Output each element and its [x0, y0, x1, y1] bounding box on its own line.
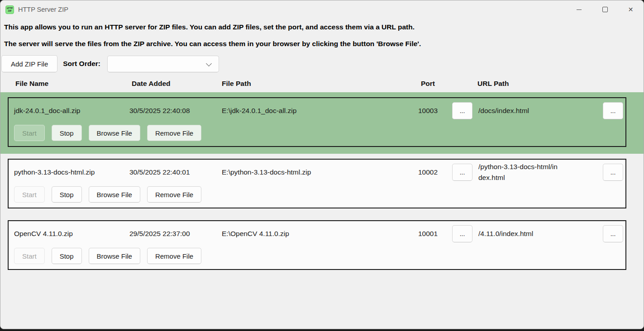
port-edit-button[interactable]: ...	[452, 225, 472, 242]
minimize-icon	[577, 9, 582, 10]
url-edit-button[interactable]: ...	[603, 225, 623, 242]
port-edit-button[interactable]: ...	[452, 102, 472, 119]
sort-order-label: Sort Order:	[63, 60, 100, 68]
app-icon-text-bottom: ZIP	[8, 9, 12, 12]
date-added-cell: 30/5/2025 22:40:01	[129, 168, 222, 176]
intro-line-2: The server will serve the files from the…	[4, 40, 644, 48]
table-row[interactable]: OpenCV 4.11.0.zip 29/5/2025 22:37:00 E:\…	[0, 215, 644, 277]
remove-file-button[interactable]: Remove File	[147, 125, 201, 141]
stop-button[interactable]: Stop	[52, 186, 82, 203]
toolbar: Add ZIP File Sort Order:	[1, 55, 644, 72]
intro-line-1: This app allows you to run an HTTP serve…	[4, 23, 644, 31]
remove-file-button[interactable]: Remove File	[147, 186, 201, 203]
column-header-file-path: File Path	[222, 80, 421, 88]
sort-order-combobox[interactable]	[107, 56, 219, 72]
date-added-cell: 30/5/2025 22:40:08	[129, 107, 222, 115]
column-header-port: Port	[421, 80, 477, 88]
window-controls: ✕	[566, 0, 644, 19]
table-row[interactable]: jdk-24.0.1_doc-all.zip 30/5/2025 22:40:0…	[0, 92, 644, 154]
browse-file-button[interactable]: Browse File	[89, 125, 140, 141]
port-edit-button[interactable]: ...	[452, 164, 472, 181]
zip-file-list: jdk-24.0.1_doc-all.zip 30/5/2025 22:40:0…	[0, 92, 644, 277]
column-header-date-added: Date Added	[132, 80, 222, 88]
url-path-cell: /python-3.13-docs-html/index.html	[478, 161, 559, 183]
file-name-cell: jdk-24.0.1_doc-all.zip	[14, 107, 129, 115]
table-row[interactable]: python-3.13-docs-html.zip 30/5/2025 22:4…	[0, 154, 644, 215]
file-name-cell: OpenCV 4.11.0.zip	[14, 230, 129, 238]
intro-text: This app allows you to run an HTTP serve…	[4, 23, 644, 48]
column-header-url-path: URL Path	[477, 80, 644, 88]
row-container: jdk-24.0.1_doc-all.zip 30/5/2025 22:40:0…	[8, 97, 626, 147]
chevron-down-icon	[206, 61, 212, 66]
minimize-button[interactable]	[566, 0, 592, 19]
row-container: OpenCV 4.11.0.zip 29/5/2025 22:37:00 E:\…	[8, 220, 626, 270]
url-edit-button[interactable]: ...	[603, 164, 623, 181]
url-path-cell: /docs/index.html	[478, 105, 559, 116]
stop-button[interactable]: Stop	[52, 248, 82, 264]
remove-file-button[interactable]: Remove File	[147, 248, 201, 264]
start-button: Start	[14, 125, 45, 141]
port-cell: 10002	[418, 168, 452, 176]
close-button[interactable]: ✕	[618, 0, 644, 19]
row-fields: python-3.13-docs-html.zip 30/5/2025 22:4…	[9, 160, 625, 185]
row-actions: Start Stop Browse File Remove File	[9, 186, 625, 203]
url-edit-button[interactable]: ...	[603, 102, 623, 119]
file-name-cell: python-3.13-docs-html.zip	[14, 168, 129, 176]
stop-button[interactable]: Stop	[52, 125, 82, 141]
file-path-cell: E:\OpenCV 4.11.0.zip	[222, 230, 418, 238]
close-icon: ✕	[628, 6, 634, 13]
app-window: HTTP ZIP HTTP Server ZIP ✕ This app allo…	[0, 0, 644, 329]
row-actions: Start Stop Browse File Remove File	[9, 125, 625, 141]
url-path-cell: /4.11.0/index.html	[478, 228, 559, 239]
title-bar: HTTP ZIP HTTP Server ZIP ✕	[0, 0, 644, 19]
start-button: Start	[14, 186, 45, 203]
add-zip-file-button[interactable]: Add ZIP File	[1, 55, 57, 72]
column-header-file-name: File Name	[15, 80, 132, 88]
window-title: HTTP Server ZIP	[18, 6, 68, 13]
port-cell: 10003	[418, 107, 452, 115]
file-path-cell: E:\jdk-24.0.1_doc-all.zip	[222, 107, 418, 115]
app-icon: HTTP ZIP	[5, 5, 14, 14]
row-actions: Start Stop Browse File Remove File	[9, 248, 625, 264]
start-button: Start	[14, 248, 45, 264]
row-container: python-3.13-docs-html.zip 30/5/2025 22:4…	[8, 159, 626, 208]
maximize-button[interactable]	[592, 0, 618, 19]
browse-file-button[interactable]: Browse File	[89, 186, 140, 203]
row-fields: OpenCV 4.11.0.zip 29/5/2025 22:37:00 E:\…	[9, 221, 625, 246]
port-cell: 10001	[418, 230, 452, 238]
table-header: File Name Date Added File Path Port URL …	[0, 80, 644, 88]
date-added-cell: 29/5/2025 22:37:00	[129, 230, 222, 238]
browse-file-button[interactable]: Browse File	[89, 248, 140, 264]
file-path-cell: E:\python-3.13-docs-html.zip	[222, 168, 418, 176]
row-fields: jdk-24.0.1_doc-all.zip 30/5/2025 22:40:0…	[9, 98, 625, 123]
maximize-icon	[602, 7, 608, 12]
